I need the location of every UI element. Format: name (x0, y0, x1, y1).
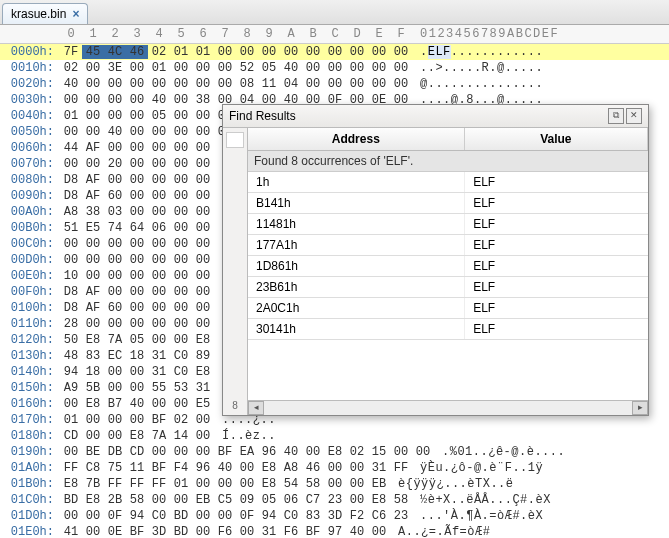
hex-byte[interactable]: 00 (170, 493, 192, 507)
hex-byte[interactable]: 00 (170, 205, 192, 219)
hex-byte[interactable]: BD (170, 525, 192, 538)
hex-byte[interactable]: 00 (346, 477, 368, 491)
hex-byte[interactable]: 96 (258, 445, 280, 459)
hex-byte[interactable]: 00 (60, 253, 82, 267)
hex-byte[interactable]: E8 (60, 477, 82, 491)
hex-byte[interactable]: 02 (346, 445, 368, 459)
hex-byte[interactable]: 00 (60, 509, 82, 523)
hex-byte[interactable]: E8 (82, 333, 104, 347)
hex-byte[interactable]: 40 (148, 93, 170, 107)
hex-byte[interactable]: A9 (60, 381, 82, 395)
hex-byte[interactable]: 64 (126, 221, 148, 235)
hex-byte[interactable]: F2 (346, 509, 368, 523)
hex-byte[interactable]: 00 (214, 61, 236, 75)
hex-byte[interactable]: BD (170, 509, 192, 523)
hex-byte[interactable]: 20 (104, 157, 126, 171)
hex-byte[interactable]: E8 (82, 397, 104, 411)
hex-byte[interactable]: 00 (82, 61, 104, 75)
hex-byte[interactable]: 74 (104, 221, 126, 235)
ascii-cell[interactable]: ...'À.¶À.=òÆ#.èX (412, 509, 543, 523)
hex-byte[interactable]: 00 (82, 253, 104, 267)
hex-byte[interactable]: C8 (82, 461, 104, 475)
hex-byte[interactable]: 00 (390, 77, 412, 91)
hex-byte[interactable]: 44 (60, 141, 82, 155)
hex-byte[interactable]: 7F (60, 45, 82, 59)
hex-byte[interactable]: 00 (368, 525, 390, 538)
hex-byte[interactable]: 58 (390, 493, 412, 507)
hex-byte[interactable]: 00 (82, 77, 104, 91)
hex-byte[interactable]: 00 (170, 445, 192, 459)
hex-byte[interactable]: AF (82, 301, 104, 315)
hex-byte[interactable]: E5 (82, 221, 104, 235)
hex-byte[interactable]: 00 (126, 205, 148, 219)
find-result-row[interactable]: 11481hELF (248, 214, 648, 235)
hex-byte[interactable]: 00 (126, 237, 148, 251)
hex-byte[interactable]: 00 (324, 77, 346, 91)
hex-byte[interactable]: 00 (192, 477, 214, 491)
hex-byte[interactable]: 00 (324, 61, 346, 75)
hex-byte[interactable]: 00 (104, 141, 126, 155)
hex-byte[interactable]: BE (82, 445, 104, 459)
hex-byte[interactable]: 40 (214, 461, 236, 475)
hex-byte[interactable]: 05 (258, 61, 280, 75)
hex-byte[interactable]: 75 (104, 461, 126, 475)
hex-byte[interactable]: 94 (60, 365, 82, 379)
hex-byte[interactable]: 00 (104, 317, 126, 331)
hex-byte[interactable]: BF (302, 525, 324, 538)
hex-byte[interactable]: 00 (104, 429, 126, 443)
hex-byte[interactable]: 00 (148, 285, 170, 299)
hex-byte[interactable]: F6 (214, 525, 236, 538)
hex-byte[interactable]: 40 (280, 61, 302, 75)
hex-byte[interactable]: A8 (280, 461, 302, 475)
hex-byte[interactable]: 83 (82, 349, 104, 363)
hex-byte[interactable]: 00 (192, 141, 214, 155)
hex-byte[interactable]: 11 (258, 77, 280, 91)
hex-byte[interactable]: 00 (60, 445, 82, 459)
hex-byte[interactable]: 54 (280, 477, 302, 491)
hex-byte[interactable]: 00 (126, 189, 148, 203)
hex-byte[interactable]: 31 (368, 461, 390, 475)
hex-byte[interactable]: 53 (170, 381, 192, 395)
hex-byte[interactable]: 00 (192, 61, 214, 75)
hex-byte[interactable]: 00 (82, 413, 104, 427)
hex-byte[interactable]: 40 (126, 397, 148, 411)
hex-byte[interactable]: 00 (214, 509, 236, 523)
hex-byte[interactable]: 00 (214, 477, 236, 491)
hex-byte[interactable]: 00 (368, 77, 390, 91)
hex-byte[interactable]: E8 (192, 365, 214, 379)
hex-byte[interactable]: 00 (170, 125, 192, 139)
hex-byte[interactable]: 00 (346, 77, 368, 91)
hex-byte[interactable]: 00 (126, 61, 148, 75)
hex-row[interactable]: 0010h:02003E00010000005205400000000000..… (0, 60, 669, 76)
hex-byte[interactable]: C0 (148, 509, 170, 523)
hex-byte[interactable]: 00 (192, 413, 214, 427)
hex-byte[interactable]: 00 (192, 429, 214, 443)
hex-byte[interactable]: 00 (82, 109, 104, 123)
hex-byte[interactable]: 58 (302, 477, 324, 491)
hex-byte[interactable]: 00 (346, 461, 368, 475)
hex-byte[interactable]: 00 (236, 477, 258, 491)
hex-byte[interactable]: 00 (170, 173, 192, 187)
file-tab[interactable]: krasue.bin × (2, 3, 88, 24)
hex-byte[interactable]: 00 (324, 477, 346, 491)
hex-byte[interactable]: 7B (82, 477, 104, 491)
hex-byte[interactable]: 00 (170, 301, 192, 315)
hex-byte[interactable]: 3E (104, 61, 126, 75)
hex-byte[interactable]: 00 (170, 317, 192, 331)
find-result-row[interactable]: 23B61hELF (248, 277, 648, 298)
hex-byte[interactable]: 97 (324, 525, 346, 538)
hex-byte[interactable]: 0F (236, 509, 258, 523)
hex-byte[interactable]: 00 (126, 253, 148, 267)
hex-byte[interactable]: 05 (126, 333, 148, 347)
detach-icon[interactable]: ⧉ (608, 108, 624, 124)
hex-byte[interactable]: 00 (170, 253, 192, 267)
hex-byte[interactable]: 02 (60, 61, 82, 75)
hex-byte[interactable]: BF (126, 525, 148, 538)
hex-byte[interactable]: 00 (192, 237, 214, 251)
hex-byte[interactable]: C0 (170, 365, 192, 379)
hex-byte[interactable]: 00 (126, 413, 148, 427)
hex-byte[interactable]: B7 (104, 397, 126, 411)
hex-byte[interactable]: 4C (104, 45, 126, 59)
hex-byte[interactable]: 00 (104, 365, 126, 379)
hex-byte[interactable]: 00 (104, 381, 126, 395)
